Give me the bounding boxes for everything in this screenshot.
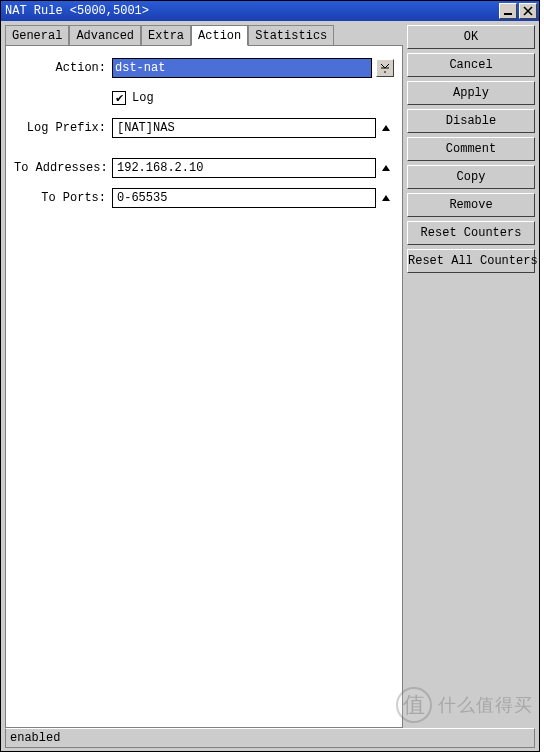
svg-marker-6: [382, 195, 390, 201]
tab-strip: General Advanced Extra Action Statistics: [5, 25, 403, 45]
tab-advanced[interactable]: Advanced: [69, 25, 141, 45]
close-icon: [523, 6, 533, 16]
row-log-prefix: Log Prefix:: [14, 118, 394, 138]
left-pane: General Advanced Extra Action Statistics…: [5, 25, 403, 728]
field-to-ports: [112, 188, 394, 208]
apply-button[interactable]: Apply: [407, 81, 535, 105]
tab-label: Extra: [148, 29, 184, 43]
svg-marker-5: [382, 165, 390, 171]
ok-button[interactable]: OK: [407, 25, 535, 49]
row-to-ports: To Ports:: [14, 188, 394, 208]
disable-button[interactable]: Disable: [407, 109, 535, 133]
cancel-button[interactable]: Cancel: [407, 53, 535, 77]
triangle-up-icon: [381, 123, 391, 133]
label-log-prefix: Log Prefix:: [14, 121, 112, 135]
to-addresses-input[interactable]: [112, 158, 376, 178]
tab-statistics[interactable]: Statistics: [248, 25, 334, 45]
comment-button[interactable]: Comment: [407, 137, 535, 161]
label-action: Action:: [14, 61, 112, 75]
tab-label: Statistics: [255, 29, 327, 43]
log-checkbox[interactable]: ✔: [112, 91, 126, 105]
tab-general[interactable]: General: [5, 25, 69, 45]
reset-counters-button[interactable]: Reset Counters: [407, 221, 535, 245]
dialog-window: NAT Rule <5000,5001> General Advanced Ex…: [0, 0, 540, 752]
field-action: dst-nat: [112, 58, 394, 78]
window-title: NAT Rule <5000,5001>: [5, 4, 497, 18]
chevron-down-icon: [380, 63, 390, 73]
to-ports-input[interactable]: [112, 188, 376, 208]
row-to-addresses: To Addresses:: [14, 158, 394, 178]
row-log: ✔ Log: [14, 88, 394, 108]
reset-all-counters-button[interactable]: Reset All Counters: [407, 249, 535, 273]
tab-label: General: [12, 29, 62, 43]
action-dropdown-button[interactable]: [376, 59, 394, 77]
row-action: Action: dst-nat: [14, 58, 394, 78]
button-column: OK Cancel Apply Disable Comment Copy Rem…: [407, 25, 535, 728]
copy-button[interactable]: Copy: [407, 165, 535, 189]
triangle-up-icon: [381, 193, 391, 203]
status-text: enabled: [10, 731, 60, 745]
log-prefix-toggle[interactable]: [378, 120, 394, 136]
tab-label: Advanced: [76, 29, 134, 43]
check-icon: ✔: [115, 93, 124, 104]
label-to-addresses: To Addresses:: [14, 161, 112, 175]
tab-action[interactable]: Action: [191, 25, 248, 46]
client-area: General Advanced Extra Action Statistics…: [1, 21, 539, 728]
label-to-ports: To Ports:: [14, 191, 112, 205]
field-log: ✔ Log: [112, 91, 394, 105]
close-button[interactable]: [519, 3, 537, 19]
action-value: dst-nat: [115, 61, 371, 75]
tab-extra[interactable]: Extra: [141, 25, 191, 45]
to-ports-toggle[interactable]: [378, 190, 394, 206]
remove-button[interactable]: Remove: [407, 193, 535, 217]
tab-panel-action: Action: dst-nat ✔: [5, 45, 403, 728]
log-prefix-input[interactable]: [112, 118, 376, 138]
svg-marker-4: [382, 125, 390, 131]
triangle-up-icon: [381, 163, 391, 173]
tab-label: Action: [198, 29, 241, 43]
svg-rect-0: [504, 13, 512, 15]
action-combobox[interactable]: dst-nat: [112, 58, 372, 78]
field-log-prefix: [112, 118, 394, 138]
minimize-icon: [503, 6, 513, 16]
to-addresses-toggle[interactable]: [378, 160, 394, 176]
titlebar: NAT Rule <5000,5001>: [1, 1, 539, 21]
minimize-button[interactable]: [499, 3, 517, 19]
log-label: Log: [132, 91, 154, 105]
status-bar: enabled: [5, 728, 535, 748]
field-to-addresses: [112, 158, 394, 178]
spacer: [14, 148, 394, 158]
